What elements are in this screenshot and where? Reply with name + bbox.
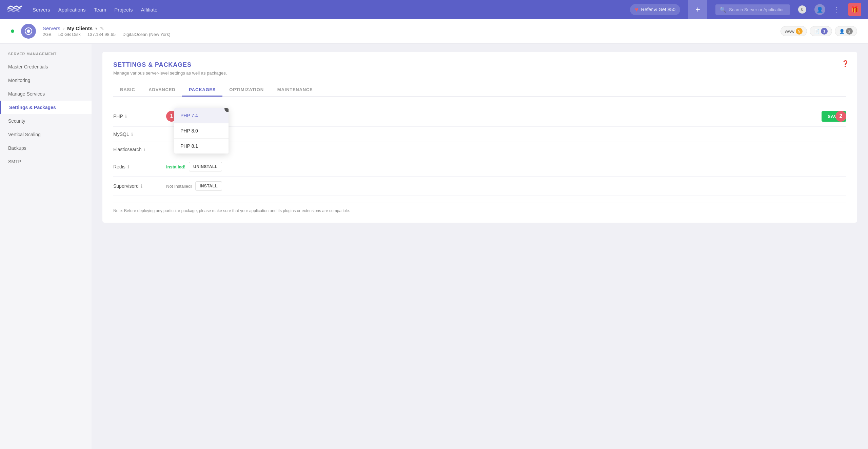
heart-icon: ♥: [635, 6, 638, 13]
users-icon: 👤: [839, 29, 845, 34]
server-header: Servers › My Clients ▾ ✎ 2GB 50 GB Disk …: [0, 19, 868, 44]
mysql-label: MySQL ℹ: [113, 131, 161, 137]
search-bar: 🔍: [715, 4, 790, 15]
server-ip: 137.184.98.65: [87, 32, 116, 37]
topnav: Servers Applications Team Projects Affil…: [0, 0, 868, 19]
redis-control: Installed! UNINSTALL: [166, 162, 846, 171]
php-option-81[interactable]: PHP 8.1: [174, 139, 229, 154]
files-badge[interactable]: 📄 1: [810, 26, 832, 36]
tab-optimization[interactable]: OPTIMIZATION: [222, 84, 271, 97]
server-disk: 50 GB Disk: [58, 32, 81, 37]
files-count: 1: [821, 28, 828, 35]
nav-servers[interactable]: Servers: [33, 5, 50, 14]
php-label: PHP ℹ: [113, 114, 161, 119]
supervisord-control: Not Installed! INSTALL: [166, 181, 846, 191]
sidebar-item-smtp[interactable]: SMTP: [0, 155, 92, 168]
server-header-badges: www 5 📄 1 👤 2: [781, 26, 857, 36]
settings-panel: SETTINGS & PACKAGES Manage various serve…: [102, 52, 857, 223]
users-badge[interactable]: 👤 2: [835, 26, 857, 36]
supervisord-row: Supervisord ℹ Not Installed! INSTALL: [113, 177, 846, 196]
refer-label: Refer & Get $50: [641, 7, 675, 12]
svg-point-1: [27, 29, 30, 33]
settings-title: SETTINGS & PACKAGES: [113, 61, 846, 68]
nav-team[interactable]: Team: [94, 5, 106, 14]
redis-uninstall-button[interactable]: UNINSTALL: [189, 162, 222, 171]
gift-button[interactable]: 🎁: [848, 3, 861, 16]
redis-status: Installed!: [166, 164, 185, 169]
elasticsearch-label: Elasticsearch ℹ: [113, 147, 161, 152]
supervisord-install-button[interactable]: INSTALL: [195, 181, 222, 191]
content-area: SETTINGS & PACKAGES Manage various serve…: [92, 44, 868, 449]
www-count: 5: [796, 28, 803, 35]
more-options-button[interactable]: ⋮: [833, 5, 840, 14]
tabs: BASIC ADVANCED PACKAGES OPTIMIZATION MAI…: [113, 84, 846, 97]
users-count: 2: [846, 28, 853, 35]
tab-packages[interactable]: PACKAGES: [182, 84, 222, 97]
sidebar-item-manage-services[interactable]: Manage Services: [0, 87, 92, 101]
avatar-icon: 👤: [816, 6, 823, 13]
mysql-info-icon[interactable]: ℹ: [131, 132, 133, 137]
nav-applications[interactable]: Applications: [58, 5, 86, 14]
server-dropdown-icon[interactable]: ▾: [95, 26, 97, 31]
supervisord-info-icon[interactable]: ℹ: [141, 184, 142, 189]
help-icon[interactable]: ❓: [842, 60, 849, 67]
search-icon: 🔍: [719, 6, 726, 13]
nav-affiliate[interactable]: Affiliate: [141, 5, 157, 14]
php-dropdown: × PHP 7.4 PHP 8.0 PHP 8.1: [174, 108, 229, 154]
php-row: PHP ℹ 1 × PHP 7.4 PHP 8.0 PHP 8.1: [113, 106, 846, 127]
logo[interactable]: [7, 5, 22, 14]
php-control: 1 × PHP 7.4 PHP 8.0 PHP 8.1 SAVE 2: [166, 111, 846, 122]
sidebar-section-title: Server Management: [0, 52, 92, 60]
server-name: My Clients: [67, 25, 93, 31]
sidebar-item-settings-packages[interactable]: Settings & Packages: [0, 101, 92, 114]
php-step2-badge[interactable]: 2: [835, 111, 846, 122]
tab-advanced[interactable]: ADVANCED: [142, 84, 182, 97]
redis-row: Redis ℹ Installed! UNINSTALL: [113, 157, 846, 177]
sidebar-item-master-credentials[interactable]: Master Credentials: [0, 60, 92, 74]
nav-projects[interactable]: Projects: [114, 5, 133, 14]
sidebar-item-backups[interactable]: Backups: [0, 141, 92, 155]
tab-maintenance[interactable]: MAINTENANCE: [271, 84, 320, 97]
refer-button[interactable]: ♥ Refer & Get $50: [630, 4, 680, 15]
redis-label: Redis ℹ: [113, 164, 161, 169]
sidebar-item-monitoring[interactable]: Monitoring: [0, 74, 92, 87]
sidebar-item-security[interactable]: Security: [0, 114, 92, 128]
settings-description: Manage various server-level settings as …: [113, 70, 846, 76]
supervisord-label: Supervisord ℹ: [113, 183, 161, 189]
sidebar-item-vertical-scaling[interactable]: Vertical Scaling: [0, 128, 92, 141]
compatibility-note: Note: Before deploying any particular pa…: [113, 203, 846, 213]
server-provider: DigitalOcean (New York): [122, 32, 171, 37]
sidebar: Server Management Master Credentials Mon…: [0, 44, 92, 449]
www-label: www: [785, 29, 794, 34]
main-layout: Server Management Master Credentials Mon…: [0, 44, 868, 449]
server-avatar: [21, 24, 36, 39]
avatar-button[interactable]: 👤: [814, 4, 825, 15]
php-option-80[interactable]: PHP 8.0: [174, 123, 229, 139]
php-info-icon[interactable]: ℹ: [125, 114, 127, 119]
breadcrumb-separator: ›: [63, 26, 64, 31]
add-button[interactable]: +: [688, 0, 707, 19]
redis-info-icon[interactable]: ℹ: [127, 164, 129, 169]
breadcrumb-servers[interactable]: Servers: [43, 25, 60, 31]
php-option-74[interactable]: PHP 7.4: [174, 108, 229, 123]
edit-server-name-icon[interactable]: ✎: [100, 26, 104, 31]
server-status-dot: [11, 29, 14, 33]
tab-basic[interactable]: BASIC: [113, 84, 142, 97]
supervisord-status: Not Installed!: [166, 184, 192, 189]
server-ram: 2GB: [43, 32, 52, 37]
elasticsearch-info-icon[interactable]: ℹ: [143, 147, 145, 152]
notification-badge[interactable]: 0: [798, 5, 806, 14]
www-badge[interactable]: www 5: [781, 26, 807, 36]
search-input[interactable]: [729, 7, 783, 12]
files-icon: 📄: [814, 29, 820, 34]
